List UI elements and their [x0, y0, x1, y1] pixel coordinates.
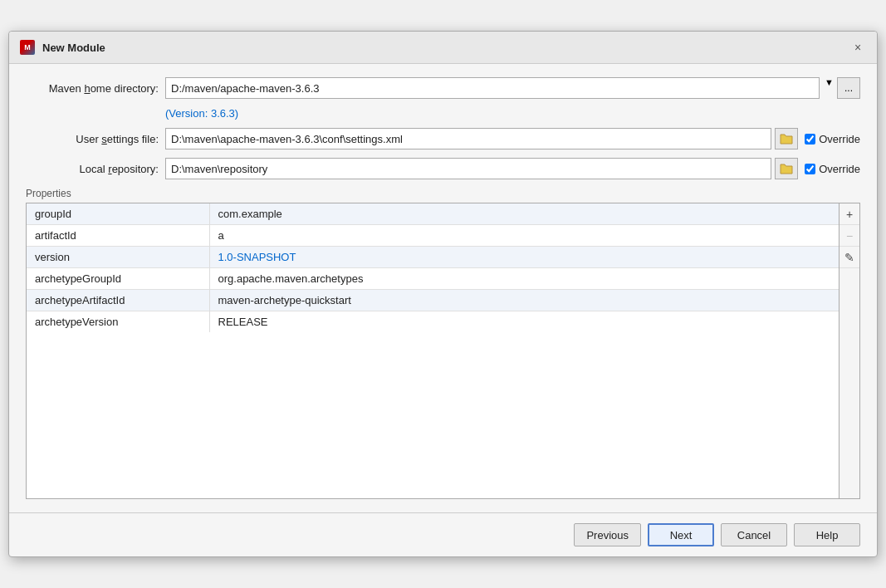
maven-home-input[interactable] [165, 77, 820, 99]
new-module-dialog: M New Module × Maven home directory: ▼ .… [8, 31, 878, 557]
property-value: org.apache.maven.archetypes [209, 268, 839, 290]
properties-empty-area [27, 332, 839, 498]
user-settings-override-checkbox[interactable] [805, 134, 815, 145]
table-row[interactable]: version1.0-SNAPSHOT [27, 247, 839, 268]
property-value: a [209, 225, 839, 247]
dialog-title: New Module [42, 42, 105, 54]
property-value: maven-archetype-quickstart [209, 290, 839, 311]
local-repo-override-row: Override [805, 163, 860, 175]
user-settings-row: User settings file: Override [26, 128, 860, 149]
user-settings-input-group [165, 128, 798, 149]
next-button[interactable]: Next [648, 523, 714, 546]
title-bar-left: M New Module [19, 39, 105, 56]
table-row[interactable]: artifactIda [27, 225, 839, 247]
local-repo-label: Local repository: [26, 163, 159, 175]
property-key: artifactId [27, 225, 209, 247]
property-key: archetypeGroupId [27, 268, 209, 290]
module-icon: M [19, 39, 36, 56]
properties-label: Properties [26, 188, 860, 199]
property-value: RELEASE [209, 311, 839, 333]
local-repo-input-group [165, 158, 798, 179]
local-repo-folder-button[interactable] [775, 158, 798, 179]
maven-home-browse-button[interactable]: ... [837, 77, 860, 99]
user-settings-override-row: Override [805, 133, 860, 145]
table-row[interactable]: archetypeGroupIdorg.apache.maven.archety… [27, 268, 839, 290]
table-row[interactable]: archetypeArtifactIdmaven-archetype-quick… [27, 290, 839, 311]
maven-home-dropdown-arrow[interactable]: ▼ [825, 77, 834, 99]
table-row[interactable]: archetypeVersionRELEASE [27, 311, 839, 333]
table-row[interactable]: groupIdcom.example [27, 203, 839, 225]
user-settings-input[interactable] [165, 128, 771, 149]
remove-property-button[interactable]: − [839, 225, 859, 247]
user-settings-folder-button[interactable] [775, 128, 798, 149]
dialog-content: Maven home directory: ▼ ... (Version: 3.… [9, 64, 877, 512]
property-value: com.example [209, 203, 839, 225]
property-key: archetypeVersion [27, 311, 209, 333]
add-property-button[interactable]: + [839, 203, 859, 225]
help-button[interactable]: Help [794, 523, 860, 546]
local-repo-override-checkbox[interactable] [805, 164, 815, 174]
properties-table: groupIdcom.exampleartifactIdaversion1.0-… [27, 203, 839, 332]
dialog-footer: Previous Next Cancel Help [9, 512, 877, 556]
user-settings-label: User settings file: [26, 133, 159, 145]
property-key: archetypeArtifactId [27, 290, 209, 311]
maven-home-row: Maven home directory: ▼ ... [26, 77, 860, 99]
title-bar: M New Module × [9, 32, 877, 64]
maven-home-input-group: ▼ ... [165, 77, 860, 99]
local-repo-input[interactable] [165, 158, 771, 179]
maven-home-label: Maven home directory: [26, 82, 159, 95]
properties-table-wrap: groupIdcom.exampleartifactIdaversion1.0-… [27, 203, 839, 498]
previous-button[interactable]: Previous [574, 523, 641, 546]
close-button[interactable]: × [849, 38, 867, 56]
properties-container: groupIdcom.exampleartifactIdaversion1.0-… [26, 203, 860, 499]
user-settings-override-label: Override [819, 133, 860, 145]
maven-version-text: (Version: 3.6.3) [165, 107, 860, 120]
local-repo-row: Local repository: Override [26, 158, 860, 179]
property-value: 1.0-SNAPSHOT [209, 247, 839, 268]
properties-section: Properties groupIdcom.exampleartifactIda… [26, 188, 860, 499]
edit-property-button[interactable]: ✎ [839, 247, 859, 268]
properties-side-buttons: + − ✎ [839, 203, 859, 498]
property-key: groupId [27, 203, 209, 225]
local-repo-override-label: Override [819, 163, 860, 175]
cancel-button[interactable]: Cancel [721, 523, 787, 546]
property-key: version [27, 247, 209, 268]
